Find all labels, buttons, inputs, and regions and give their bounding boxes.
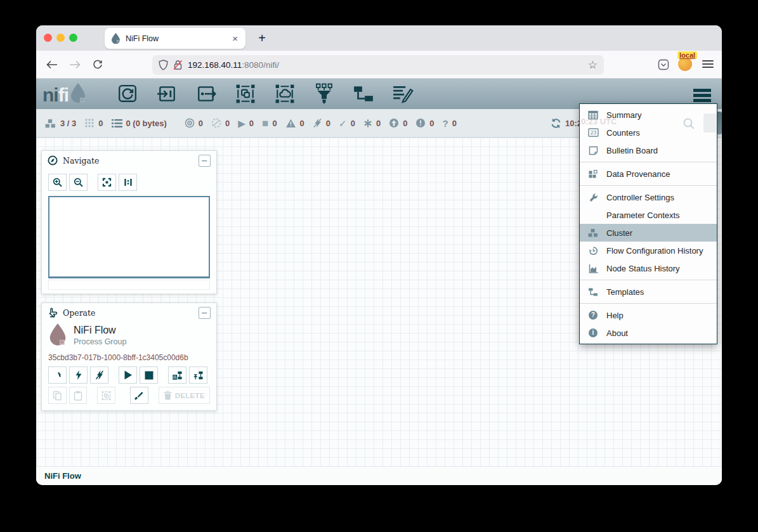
menu-divider bbox=[580, 280, 717, 280]
menu-item-controller-settings[interactable]: Controller Settings bbox=[580, 188, 717, 206]
insecure-lock-icon[interactable] bbox=[173, 60, 183, 70]
operate-palette: Operate − NiFi Flow Process Group 35cbd3… bbox=[41, 302, 217, 411]
browser-tab[interactable]: NiFi Flow × bbox=[105, 28, 245, 49]
queued-list-icon bbox=[112, 119, 122, 128]
stopped-square-icon: ■ bbox=[262, 118, 268, 129]
enable-bolt-button[interactable] bbox=[69, 367, 88, 384]
hand-glove-icon bbox=[48, 308, 58, 318]
close-window-button[interactable] bbox=[44, 34, 52, 42]
birdseye-footer bbox=[48, 280, 210, 290]
nifi-global-menu-button[interactable] bbox=[693, 87, 711, 104]
drag-input-port-icon[interactable] bbox=[156, 84, 178, 104]
container-badge[interactable]: local bbox=[677, 51, 697, 59]
disabled-bolt-icon bbox=[313, 118, 322, 128]
cluster-icon bbox=[44, 118, 56, 129]
pocket-icon[interactable] bbox=[657, 58, 670, 72]
drag-processor-icon[interactable] bbox=[117, 84, 138, 104]
drag-remote-process-group-icon[interactable] bbox=[274, 84, 296, 104]
zoom-out-button[interactable] bbox=[69, 174, 88, 191]
shield-icon[interactable] bbox=[159, 60, 168, 70]
help-circle-icon: ? bbox=[587, 311, 599, 320]
menu-divider bbox=[580, 162, 717, 162]
navigate-title: Navigate bbox=[63, 156, 99, 165]
birdseye-view[interactable] bbox=[48, 196, 210, 278]
configure-gear-button[interactable] bbox=[48, 367, 67, 384]
status-locally-modified-and-stale: 0 bbox=[415, 118, 434, 128]
browser-window: NiFi Flow × + 192.168.40.11:8080 bbox=[36, 25, 722, 485]
invalid-warning-icon bbox=[285, 119, 296, 128]
drag-process-group-icon[interactable] bbox=[235, 84, 256, 104]
zoom-in-button[interactable] bbox=[48, 174, 67, 191]
copy-button[interactable] bbox=[48, 387, 67, 404]
component-toolbar bbox=[117, 84, 414, 104]
paste-button[interactable] bbox=[69, 387, 87, 404]
menu-item-bulletin-board[interactable]: Bulletin Board bbox=[580, 141, 717, 159]
operate-title: Operate bbox=[63, 308, 96, 318]
exclamation-circle-icon bbox=[415, 118, 426, 128]
menu-item-cluster[interactable]: Cluster bbox=[580, 224, 717, 242]
menu-item-help[interactable]: ? Help bbox=[580, 306, 717, 324]
status-transmitting: 0 bbox=[185, 118, 203, 128]
disable-bolt-crossed-button[interactable] bbox=[90, 367, 108, 384]
drag-output-port-icon[interactable] bbox=[195, 84, 217, 104]
menu-item-templates[interactable]: Templates bbox=[580, 283, 717, 301]
status-queued: 0 (0 bytes) bbox=[112, 119, 167, 128]
drag-label-icon[interactable] bbox=[392, 84, 414, 104]
status-stopped: ■ 0 bbox=[262, 118, 277, 129]
fill-color-brush-button[interactable] bbox=[130, 387, 148, 404]
tab-close-icon[interactable]: × bbox=[231, 33, 239, 44]
bookmark-star-icon[interactable]: ☆ bbox=[588, 58, 598, 72]
tab-strip: NiFi Flow × + bbox=[36, 25, 722, 51]
selected-flow-id[interactable]: 35cbd3b7-017b-1000-8bff-1c3405c00d6b bbox=[42, 347, 216, 367]
status-locally-modified: 0 bbox=[363, 119, 381, 128]
maximize-window-button[interactable] bbox=[69, 34, 77, 42]
operate-buttons-row-1 bbox=[42, 367, 216, 384]
url-bar[interactable]: 192.168.40.11:8080/nifi/ ☆ bbox=[152, 55, 604, 75]
navigate-header[interactable]: Navigate − bbox=[42, 151, 216, 170]
minimize-window-button[interactable] bbox=[56, 34, 65, 42]
refresh-icon[interactable] bbox=[551, 118, 561, 129]
operate-collapse-button[interactable]: − bbox=[199, 307, 211, 319]
account-avatar[interactable] bbox=[678, 57, 692, 71]
new-tab-button[interactable]: + bbox=[254, 30, 270, 46]
tab-title: NiFi Flow bbox=[126, 34, 231, 43]
breadcrumb-root[interactable]: NiFi Flow bbox=[44, 471, 81, 481]
menu-item-counters[interactable]: 23 Counters bbox=[580, 124, 717, 141]
reload-button[interactable] bbox=[91, 58, 105, 72]
zoom-actual-size-button[interactable] bbox=[119, 174, 137, 191]
forward-button[interactable] bbox=[68, 58, 82, 72]
navigate-palette: Navigate − bbox=[41, 150, 217, 294]
drag-funnel-icon[interactable] bbox=[313, 84, 335, 104]
status-stale: 0 bbox=[389, 118, 407, 128]
url-text[interactable]: 192.168.40.11:8080/nifi/ bbox=[188, 60, 584, 70]
counters-icon: 23 bbox=[587, 128, 599, 137]
menu-item-parameter-contexts[interactable]: Parameter Contexts bbox=[580, 206, 717, 224]
menu-divider bbox=[580, 185, 717, 186]
url-path: :8080/nifi/ bbox=[242, 60, 279, 70]
create-template-button[interactable] bbox=[168, 367, 186, 384]
running-play-icon: ▶ bbox=[238, 119, 245, 128]
up-arrow-circle-icon bbox=[389, 118, 399, 128]
nifi-logo-drop-icon bbox=[70, 83, 86, 105]
stop-square-button[interactable] bbox=[140, 367, 158, 384]
wrench-icon bbox=[587, 193, 599, 202]
menu-item-about[interactable]: i About bbox=[580, 324, 717, 342]
drag-template-icon[interactable] bbox=[353, 84, 374, 104]
svg-text:23: 23 bbox=[590, 129, 596, 136]
navigate-collapse-button[interactable]: − bbox=[199, 155, 211, 167]
status-sync-failure: ? 0 bbox=[443, 119, 457, 128]
nifi-logo-ni: ni bbox=[42, 86, 58, 105]
menu-item-data-provenance[interactable]: Data Provenance bbox=[580, 165, 717, 183]
upload-template-button[interactable] bbox=[189, 367, 207, 384]
tab-favicon-nifi-drop-icon bbox=[111, 33, 121, 44]
menu-item-flow-configuration-history[interactable]: Flow Configuration History bbox=[580, 242, 717, 259]
start-play-button[interactable] bbox=[119, 367, 137, 384]
operate-header[interactable]: Operate − bbox=[42, 303, 216, 322]
zoom-fit-button[interactable] bbox=[98, 174, 116, 191]
group-button[interactable] bbox=[97, 387, 115, 404]
info-circle-icon: i bbox=[587, 328, 599, 337]
menu-item-node-status-history[interactable]: Node Status History bbox=[580, 259, 717, 277]
browser-menu-icon[interactable] bbox=[702, 58, 714, 70]
back-button[interactable] bbox=[45, 58, 59, 72]
delete-button[interactable]: DELETE bbox=[159, 387, 210, 404]
